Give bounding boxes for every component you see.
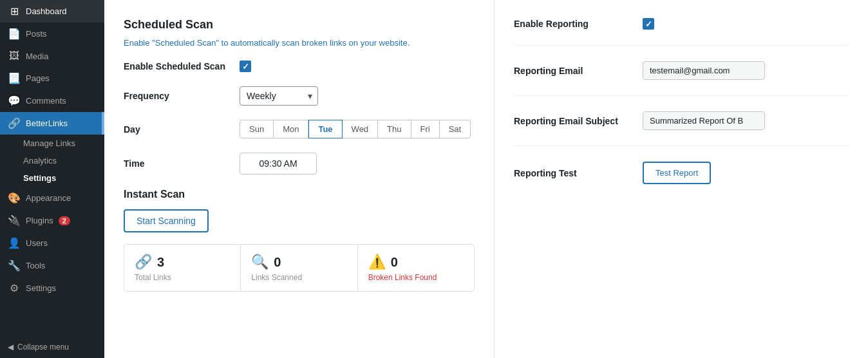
total-links-top: 🔗3 — [135, 254, 230, 270]
enable-reporting-value — [643, 18, 849, 30]
betterlinks-icon: 🔗 — [8, 117, 21, 129]
sidebar-item-appearance[interactable]: 🎨 Appearance — [0, 187, 104, 209]
enable-reporting-checkbox[interactable] — [643, 18, 654, 30]
links-scanned-icon: 🔍 — [251, 254, 269, 270]
sidebar: ⊞ Dashboard 📄 Posts 🖼 Media 📃 Pages 💬 Co… — [0, 0, 104, 358]
day-label: Day — [124, 124, 240, 135]
reporting-email-label: Reporting Email — [514, 66, 643, 76]
stat-card-links-scanned: 🔍0Links Scanned — [241, 245, 357, 291]
sidebar-item-label: Comments — [26, 96, 66, 106]
enable-reporting-label: Enable Reporting — [514, 19, 643, 29]
links-scanned-top: 🔍0 — [251, 254, 346, 270]
broken-links-icon: ⚠️ — [368, 254, 386, 270]
sidebar-item-label: BetterLinks — [26, 118, 68, 128]
comments-icon: 💬 — [8, 95, 21, 107]
sidebar-item-posts[interactable]: 📄 Posts — [0, 23, 104, 45]
day-button-sat[interactable]: Sat — [440, 120, 471, 138]
sidebar-item-betterlinks[interactable]: 🔗 BetterLinks — [0, 112, 104, 135]
sidebar-item-label: Settings — [26, 283, 56, 293]
posts-icon: 📄 — [8, 28, 21, 40]
broken-links-top: ⚠️0 — [368, 254, 464, 270]
collapse-arrow-icon: ◀ — [8, 343, 14, 352]
settings-icon: ⚙ — [8, 282, 21, 294]
enable-reporting-row: Enable Reporting — [514, 18, 849, 46]
pages-icon: 📃 — [8, 72, 21, 84]
sidebar-item-settings[interactable]: ⚙ Settings — [0, 277, 104, 299]
collapse-label: Collapse menu — [17, 343, 69, 352]
enable-scan-value — [240, 61, 475, 72]
total-links-label: Total Links — [135, 273, 230, 282]
tools-icon: 🔧 — [8, 259, 21, 272]
day-button-sun[interactable]: Sun — [240, 120, 274, 138]
sidebar-item-media[interactable]: 🖼 Media — [0, 45, 104, 67]
left-panel: Scheduled Scan Enable "Scheduled Scan" t… — [104, 0, 495, 358]
collapse-menu-button[interactable]: ◀ Collapse menu — [0, 336, 104, 358]
day-button-mon[interactable]: Mon — [274, 120, 308, 138]
frequency-display: Weekly — [240, 87, 317, 105]
scheduled-scan-title: Scheduled Scan — [124, 18, 475, 32]
dashboard-icon: ⊞ — [8, 5, 21, 17]
total-links-icon: 🔗 — [135, 254, 152, 270]
frequency-select[interactable]: Weekly ▾ — [240, 86, 318, 106]
sidebar-item-plugins[interactable]: 🔌 Plugins 2 — [0, 209, 104, 232]
frequency-label: Frequency — [124, 91, 240, 101]
reporting-subject-row: Reporting Email Subject — [514, 111, 849, 146]
sidebar-item-label: Users — [26, 238, 48, 248]
content-area: Scheduled Scan Enable "Scheduled Scan" t… — [104, 0, 868, 358]
total-links-number: 3 — [157, 255, 164, 270]
sidebar-item-label: Media — [26, 52, 48, 61]
sidebar-item-label: Pages — [26, 73, 50, 83]
day-button-fri[interactable]: Fri — [411, 120, 440, 138]
day-button-thu[interactable]: Thu — [378, 120, 411, 138]
time-row: Time 09:30 AM — [124, 153, 475, 174]
time-display[interactable]: 09:30 AM — [240, 153, 317, 174]
enable-scan-checkbox[interactable] — [240, 61, 251, 72]
sidebar-item-label: Plugins — [26, 216, 53, 225]
reporting-test-label: Reporting Test — [514, 168, 643, 178]
stat-card-broken-links: ⚠️0Broken Links Found — [358, 245, 474, 291]
sidebar-item-comments[interactable]: 💬 Comments — [0, 90, 104, 112]
sidebar-sub-analytics[interactable]: Analytics — [0, 152, 104, 169]
time-value: 09:30 AM — [240, 153, 475, 174]
media-icon: 🖼 — [8, 50, 21, 62]
stat-card-total-links: 🔗3Total Links — [124, 245, 241, 291]
plugins-badge: 2 — [59, 216, 70, 225]
links-scanned-label: Links Scanned — [251, 273, 346, 282]
frequency-row: Frequency Weekly ▾ — [124, 86, 475, 106]
sidebar-item-label: Tools — [26, 261, 45, 270]
sidebar-item-users[interactable]: 👤 Users — [0, 232, 104, 254]
appearance-icon: 🎨 — [8, 192, 21, 204]
day-button-wed[interactable]: Wed — [343, 120, 379, 138]
sidebar-item-label: Dashboard — [26, 6, 67, 16]
time-label: Time — [124, 158, 240, 169]
sidebar-item-pages[interactable]: 📃 Pages — [0, 67, 104, 90]
frequency-value: Weekly ▾ — [240, 86, 475, 106]
enable-scan-label: Enable Scheduled Scan — [124, 61, 240, 71]
broken-links-label: Broken Links Found — [368, 273, 464, 282]
broken-links-number: 0 — [391, 255, 398, 270]
instant-scan-title: Instant Scan — [124, 189, 475, 200]
day-button-tue[interactable]: Tue — [308, 120, 342, 138]
reporting-test-row: Reporting Test Test Report — [514, 162, 849, 200]
day-value: SunMonTueWedThuFriSat — [240, 120, 475, 138]
day-row: Day SunMonTueWedThuFriSat — [124, 120, 475, 138]
enable-scan-row: Enable Scheduled Scan — [124, 61, 475, 72]
scheduled-scan-desc: Enable "Scheduled Scan" to automatically… — [124, 38, 475, 48]
sidebar-sub-settings[interactable]: Settings — [0, 169, 104, 187]
reporting-email-input[interactable] — [643, 61, 765, 80]
users-icon: 👤 — [8, 237, 21, 249]
sidebar-item-label: Posts — [26, 29, 47, 39]
reporting-email-value — [643, 61, 849, 80]
test-report-button[interactable]: Test Report — [643, 162, 711, 184]
reporting-email-row: Reporting Email — [514, 61, 849, 96]
sidebar-item-tools[interactable]: 🔧 Tools — [0, 254, 104, 277]
reporting-subject-value — [643, 111, 849, 130]
sidebar-sub-manage-links[interactable]: Manage Links — [0, 135, 104, 152]
sidebar-submenu: Manage Links Analytics Settings — [0, 135, 104, 187]
main-content: Scheduled Scan Enable "Scheduled Scan" t… — [104, 0, 868, 358]
stats-row: 🔗3Total Links🔍0Links Scanned⚠️0Broken Li… — [124, 244, 475, 292]
reporting-subject-input[interactable] — [643, 111, 765, 130]
sidebar-item-dashboard[interactable]: ⊞ Dashboard — [0, 0, 104, 23]
start-scanning-button[interactable]: Start Scanning — [124, 209, 209, 232]
links-scanned-number: 0 — [274, 255, 281, 270]
